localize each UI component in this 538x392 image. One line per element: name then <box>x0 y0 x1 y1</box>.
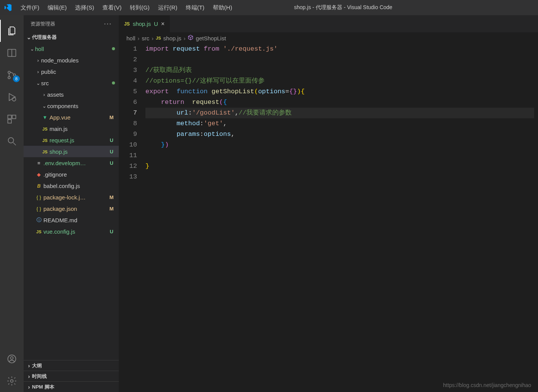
menu-view[interactable]: 查看(V) <box>99 3 125 13</box>
activity-search2[interactable] <box>0 130 24 152</box>
chevron-right-icon: › <box>26 384 32 390</box>
menu-help[interactable]: 帮助(H) <box>209 3 236 13</box>
activity-extensions[interactable] <box>0 108 24 130</box>
files-icon <box>6 25 17 36</box>
menu-edit[interactable]: 编辑(E) <box>44 3 70 13</box>
tree-folder[interactable]: ⌄components <box>24 100 119 112</box>
close-icon[interactable]: × <box>161 21 164 27</box>
tree-file[interactable]: { }package.jsonM <box>24 203 119 214</box>
tree-label: shop.js <box>49 148 107 155</box>
tree-file[interactable]: ⓘREADME.md <box>24 214 119 226</box>
svg-rect-7 <box>8 115 11 119</box>
tree-file[interactable]: JSrequest.jsU <box>24 134 119 146</box>
tree-file[interactable]: ◆.gitignore <box>24 169 119 180</box>
activity-bar: 8 <box>0 15 24 392</box>
breadcrumbs: holl › src › JS shop.js › getShopList <box>119 32 538 44</box>
tree-label: .env.developm… <box>43 160 107 166</box>
tree-label: babel.config.js <box>43 183 115 189</box>
tree-folder[interactable]: ›assets <box>24 89 119 100</box>
code-content[interactable]: import request from './request.js' //获取商… <box>145 44 538 392</box>
tree-file[interactable]: JSmain.js <box>24 123 119 134</box>
npm-label: NPM 脚本 <box>32 384 54 390</box>
tab-shop-js[interactable]: JS shop.js U × <box>119 15 170 32</box>
breadcrumb-item[interactable]: src <box>142 35 149 41</box>
timeline-section[interactable]: › 时间线 <box>24 371 119 381</box>
chevron-down-icon: ⌄ <box>26 34 32 40</box>
scm-badge: 8 <box>13 75 20 82</box>
project-name: 代理服务器 <box>32 34 57 41</box>
extensions-icon <box>6 114 17 124</box>
tree-folder[interactable]: ›public <box>24 66 119 77</box>
tree-folder[interactable]: ›node_modules <box>24 54 119 66</box>
git-dot-icon <box>112 47 115 50</box>
timeline-label: 时间线 <box>32 373 47 380</box>
chevron-right-icon: › <box>26 373 32 379</box>
window-title: shop.js - 代理服务器 - Visual Studio Code <box>236 4 450 11</box>
activity-explorer[interactable] <box>0 20 24 42</box>
git-dot-icon <box>112 81 115 84</box>
git-file-icon: ◆ <box>35 172 43 177</box>
code-editor[interactable]: 1234 5678 910111213 import request from … <box>119 44 538 392</box>
menu-go[interactable]: 转到(G) <box>126 3 153 13</box>
chevron-right-icon: › <box>26 363 32 369</box>
sidebar-title: 资源管理器 <box>30 21 55 27</box>
tree-file[interactable]: ≡.env.developm…U <box>24 157 119 169</box>
tree-file[interactable]: { }package-lock.j…M <box>24 191 119 203</box>
tree-file[interactable]: JSvue.config.jsU <box>24 226 119 237</box>
tabs-bar: JS shop.js U × <box>119 15 538 32</box>
js-file-icon: JS <box>124 21 130 27</box>
activity-book[interactable] <box>0 42 24 64</box>
line-gutter: 1234 5678 910111213 <box>119 44 145 392</box>
svg-line-11 <box>13 143 16 145</box>
file-tree: ⌄ holl ›node_modules›public⌄src›assets⌄c… <box>24 42 119 360</box>
git-status-badge: U <box>108 137 115 143</box>
chevron-right-icon: › <box>35 57 41 63</box>
chevron-right-icon: › <box>184 35 185 41</box>
gear-icon <box>6 376 17 386</box>
activity-scm[interactable]: 8 <box>0 64 24 86</box>
tab-git-status: U <box>154 21 158 27</box>
tree-label: components <box>47 103 115 109</box>
breadcrumb-item[interactable]: JS shop.js <box>156 35 181 41</box>
menu-terminal[interactable]: 终端(T) <box>182 3 208 13</box>
svg-point-3 <box>8 76 10 79</box>
tree-root-folder[interactable]: ⌄ holl <box>24 43 119 54</box>
js-file-icon: JS <box>41 137 49 143</box>
tree-file[interactable]: ▼App.vueM <box>24 112 119 123</box>
git-status-badge: U <box>108 229 115 234</box>
txt-file-icon: ≡ <box>35 160 43 166</box>
tree-label: package.json <box>43 206 107 212</box>
breadcrumb-item[interactable]: holl <box>126 35 135 41</box>
svg-point-14 <box>11 380 13 382</box>
npm-section[interactable]: › NPM 脚本 <box>24 381 119 392</box>
menu-file[interactable]: 文件(F) <box>17 3 43 13</box>
chevron-down-icon: ⌄ <box>41 103 47 109</box>
project-header[interactable]: ⌄ 代理服务器 <box>24 32 119 42</box>
babel-file-icon: B <box>35 183 43 189</box>
watermark: https://blog.csdn.net/jiangchengnihao <box>443 382 531 388</box>
book-icon <box>6 48 17 58</box>
json-file-icon: { } <box>35 206 43 212</box>
chevron-down-icon: ⌄ <box>29 46 35 52</box>
activity-settings[interactable] <box>0 370 24 392</box>
menu-run[interactable]: 运行(R) <box>154 3 181 13</box>
activity-account[interactable] <box>0 348 24 370</box>
tree-label: src <box>41 80 110 86</box>
outline-label: 大纲 <box>32 362 42 369</box>
tree-label: node_modules <box>41 57 115 64</box>
tree-folder[interactable]: ⌄src <box>24 77 119 89</box>
breadcrumb-item[interactable]: getShopList <box>188 35 226 41</box>
js-file-icon: JS <box>156 36 161 40</box>
git-status-badge: U <box>108 160 115 166</box>
menu-selection[interactable]: 选择(S) <box>71 3 98 13</box>
tree-label: package-lock.j… <box>43 194 107 201</box>
chevron-right-icon: › <box>35 69 41 75</box>
sidebar-more-icon[interactable]: ··· <box>104 20 112 28</box>
js-file-icon: JS <box>35 229 43 234</box>
vscode-logo-icon <box>4 3 12 12</box>
tree-file[interactable]: Bbabel.config.js <box>24 180 119 191</box>
svg-rect-9 <box>8 120 11 123</box>
activity-debug[interactable] <box>0 86 24 108</box>
outline-section[interactable]: › 大纲 <box>24 360 119 371</box>
tree-file[interactable]: JSshop.jsU <box>24 146 119 157</box>
